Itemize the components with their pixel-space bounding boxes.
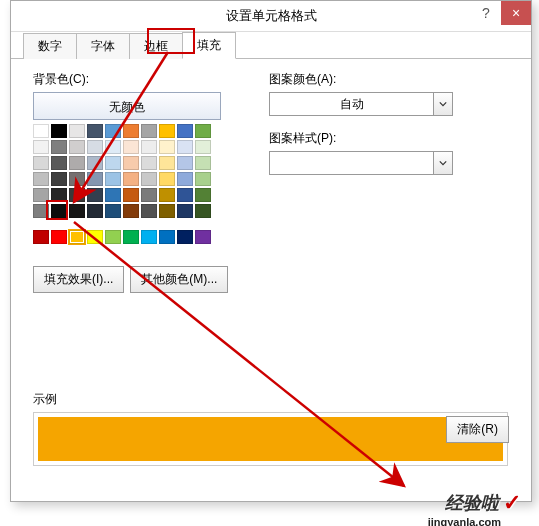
content-area: 背景色(C): 无颜色 填充效果(I)... 其他颜色(M)... 图案颜色(A… — [11, 59, 531, 489]
color-swatch[interactable] — [141, 124, 157, 138]
pattern-style-combo[interactable] — [269, 151, 453, 175]
color-swatch[interactable] — [69, 230, 85, 244]
pattern-color-combo[interactable]: 自动 — [269, 92, 453, 116]
watermark-text: 经验啦 — [445, 491, 499, 515]
other-colors-button[interactable]: 其他颜色(M)... — [130, 266, 228, 293]
tab-number[interactable]: 数字 — [23, 33, 77, 59]
color-swatch[interactable] — [51, 188, 67, 202]
color-swatch[interactable] — [141, 172, 157, 186]
color-swatch[interactable] — [51, 172, 67, 186]
color-swatch[interactable] — [177, 124, 193, 138]
color-swatch[interactable] — [177, 188, 193, 202]
color-swatch[interactable] — [69, 156, 85, 170]
color-swatch[interactable] — [51, 204, 67, 218]
sample-swatch — [38, 417, 503, 461]
color-swatch[interactable] — [159, 124, 175, 138]
color-swatch[interactable] — [123, 188, 139, 202]
bg-color-label: 背景色(C): — [33, 71, 243, 88]
watermark: 经验啦 ✓ — [445, 490, 521, 516]
color-swatch[interactable] — [105, 230, 121, 244]
tabstrip: 数字 字体 边框 填充 — [11, 32, 531, 59]
color-swatch[interactable] — [87, 124, 103, 138]
no-color-button[interactable]: 无颜色 — [33, 92, 221, 120]
color-swatch[interactable] — [33, 204, 49, 218]
color-swatch[interactable] — [51, 156, 67, 170]
pattern-color-value: 自动 — [270, 96, 433, 113]
color-swatch[interactable] — [33, 156, 49, 170]
color-swatch[interactable] — [105, 124, 121, 138]
color-swatch[interactable] — [123, 140, 139, 154]
color-swatch[interactable] — [87, 156, 103, 170]
pattern-style-label: 图案样式(P): — [269, 130, 489, 147]
color-swatch[interactable] — [33, 124, 49, 138]
color-swatch[interactable] — [177, 204, 193, 218]
color-swatch[interactable] — [69, 204, 85, 218]
color-swatch[interactable] — [69, 172, 85, 186]
tab-font[interactable]: 字体 — [76, 33, 130, 59]
color-swatch[interactable] — [159, 188, 175, 202]
color-swatch[interactable] — [195, 188, 211, 202]
color-swatch[interactable] — [105, 204, 121, 218]
color-swatch[interactable] — [141, 140, 157, 154]
color-swatch[interactable] — [123, 172, 139, 186]
tab-fill[interactable]: 填充 — [182, 32, 236, 59]
color-swatch[interactable] — [87, 140, 103, 154]
color-swatch[interactable] — [69, 140, 85, 154]
color-swatch[interactable] — [177, 156, 193, 170]
color-swatch[interactable] — [105, 188, 121, 202]
color-swatch[interactable] — [105, 140, 121, 154]
color-swatch[interactable] — [51, 230, 67, 244]
color-swatch[interactable] — [123, 230, 139, 244]
color-swatch[interactable] — [123, 156, 139, 170]
color-swatch[interactable] — [33, 172, 49, 186]
color-swatch[interactable] — [159, 140, 175, 154]
tab-border[interactable]: 边框 — [129, 33, 183, 59]
help-button[interactable]: ? — [471, 1, 501, 25]
color-swatch[interactable] — [195, 124, 211, 138]
color-swatch[interactable] — [123, 124, 139, 138]
color-swatch[interactable] — [87, 172, 103, 186]
color-swatch[interactable] — [33, 188, 49, 202]
color-swatch[interactable] — [33, 230, 49, 244]
color-swatch[interactable] — [33, 140, 49, 154]
color-swatch[interactable] — [141, 156, 157, 170]
color-swatch[interactable] — [87, 230, 103, 244]
color-swatch[interactable] — [195, 204, 211, 218]
color-swatch[interactable] — [141, 204, 157, 218]
color-swatch[interactable] — [195, 156, 211, 170]
color-swatch[interactable] — [69, 188, 85, 202]
watermark-url-wrap: jingyanla.com — [428, 516, 501, 526]
color-swatch[interactable] — [105, 172, 121, 186]
right-column: 图案颜色(A): 自动 图案样式(P): — [269, 71, 489, 189]
color-swatch[interactable] — [159, 172, 175, 186]
color-swatch[interactable] — [51, 140, 67, 154]
color-swatch[interactable] — [159, 156, 175, 170]
color-swatch[interactable] — [177, 230, 193, 244]
color-swatch[interactable] — [87, 188, 103, 202]
color-swatch[interactable] — [177, 172, 193, 186]
color-swatch[interactable] — [195, 230, 211, 244]
color-swatch[interactable] — [195, 140, 211, 154]
window-buttons: ? × — [471, 1, 531, 25]
sample-label: 示例 — [33, 391, 508, 408]
color-swatch[interactable] — [177, 140, 193, 154]
color-swatch[interactable] — [87, 204, 103, 218]
color-swatch[interactable] — [141, 230, 157, 244]
color-swatch[interactable] — [141, 188, 157, 202]
watermark-url: jingyanla.com — [428, 516, 501, 526]
color-swatch[interactable] — [51, 124, 67, 138]
fill-effects-button[interactable]: 填充效果(I)... — [33, 266, 124, 293]
window-title: 设置单元格格式 — [226, 8, 317, 23]
color-swatch[interactable] — [123, 204, 139, 218]
sample-area: 示例 — [33, 391, 508, 466]
sample-fieldset — [33, 412, 508, 466]
button-row: 填充效果(I)... 其他颜色(M)... — [33, 266, 243, 293]
color-swatch[interactable] — [69, 124, 85, 138]
clear-button[interactable]: 清除(R) — [446, 416, 509, 443]
color-swatch[interactable] — [105, 156, 121, 170]
color-swatch[interactable] — [159, 230, 175, 244]
close-button[interactable]: × — [501, 1, 531, 25]
check-icon: ✓ — [503, 490, 521, 516]
color-swatch[interactable] — [195, 172, 211, 186]
color-swatch[interactable] — [159, 204, 175, 218]
